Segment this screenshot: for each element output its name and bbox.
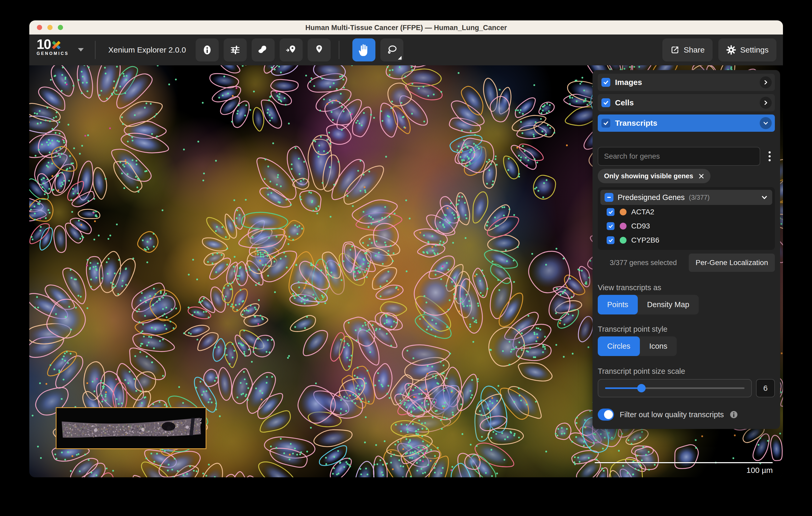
share-label: Share xyxy=(684,45,705,54)
layers-panel: Images Cells xyxy=(592,70,780,429)
view-as-density-map-option[interactable]: Density Map xyxy=(638,295,699,314)
tissue-icon xyxy=(257,44,269,56)
check-icon xyxy=(603,99,609,106)
visible-genes-filter-chip: Only showing visible genes xyxy=(598,169,710,183)
logo-x-icon xyxy=(52,40,61,50)
lasso-tool-button[interactable] xyxy=(380,38,403,61)
chevron-down-icon[interactable] xyxy=(78,48,84,52)
point-size-row: 6 xyxy=(598,379,775,397)
info-icon xyxy=(201,44,213,56)
info-button[interactable] xyxy=(196,38,219,61)
toolbar: 10 GENOMICS Xenium Explorer 2.0.0 xyxy=(29,34,783,65)
share-button[interactable]: Share xyxy=(662,38,713,61)
gene-group-count: (3/377) xyxy=(689,194,757,201)
point-size-slider[interactable] xyxy=(598,379,752,397)
window-title: Human Multi-Tissue Cancer (FFPE) — Human… xyxy=(29,20,783,34)
kebab-icon xyxy=(768,151,771,162)
pin-navigate-button[interactable] xyxy=(280,38,303,61)
collapse-transcripts-button[interactable] xyxy=(760,117,772,129)
cells-checkbox[interactable] xyxy=(602,98,610,107)
gene-list-menu-button[interactable] xyxy=(764,149,775,164)
expand-images-button[interactable] xyxy=(760,76,772,88)
settings-label: Settings xyxy=(740,45,768,54)
quality-filter-toggle[interactable] xyxy=(598,408,614,421)
check-icon xyxy=(608,209,613,215)
point-size-label: Transcript point size scale xyxy=(598,367,775,376)
point-style-label: Transcript point style xyxy=(598,325,775,334)
expand-cells-button[interactable] xyxy=(760,97,772,109)
toolbar-divider xyxy=(339,41,339,59)
desktop-background: Human Multi-Tissue Cancer (FFPE) — Human… xyxy=(0,0,812,516)
images-label: Images xyxy=(615,78,755,87)
remove-filter-button[interactable] xyxy=(698,173,704,179)
chip-label: Only showing visible genes xyxy=(604,172,693,180)
images-checkbox[interactable] xyxy=(602,78,610,87)
gene-search-input[interactable] xyxy=(598,147,760,166)
logo-subtext: GENOMICS xyxy=(37,51,69,56)
layer-row-transcripts[interactable]: Transcripts xyxy=(598,115,775,132)
titlebar: Human Multi-Tissue Cancer (FFPE) — Human… xyxy=(29,20,783,34)
hand-icon xyxy=(358,43,370,57)
point-size-value: 6 xyxy=(756,379,775,397)
gene-name: ACTA2 xyxy=(631,208,654,216)
share-icon xyxy=(670,45,679,55)
tenx-genomics-logo[interactable]: 10 GENOMICS xyxy=(37,38,69,56)
chevron-right-icon xyxy=(762,79,769,86)
gene-checkbox[interactable] xyxy=(607,208,614,216)
gene-name: CYP2B6 xyxy=(631,236,659,244)
gene-checkbox[interactable] xyxy=(607,236,614,244)
gene-color-swatch xyxy=(620,237,627,244)
gene-row-acta2[interactable]: ACTA2 xyxy=(600,205,772,219)
toggle-knob xyxy=(604,410,613,419)
gear-icon xyxy=(726,45,736,55)
indeterminate-icon xyxy=(606,195,612,200)
check-icon xyxy=(603,79,609,86)
check-icon xyxy=(608,223,613,229)
check-icon xyxy=(603,120,609,126)
settings-button[interactable]: Settings xyxy=(718,38,776,61)
layer-row-images[interactable]: Images xyxy=(598,74,775,91)
group-checkbox-indeterminate[interactable] xyxy=(605,193,613,202)
minimap[interactable] xyxy=(56,407,206,449)
slider-thumb[interactable] xyxy=(637,384,646,392)
slider-fill xyxy=(605,387,641,389)
genes-selected-count: 3/377 genes selected xyxy=(598,259,689,267)
adjustments-button[interactable] xyxy=(224,38,247,61)
gene-search-row xyxy=(598,147,775,166)
tissue-view-button[interactable] xyxy=(252,38,275,61)
chevron-right-icon xyxy=(762,99,769,106)
quality-filter-label: Filter out low quality transcripts xyxy=(620,411,724,419)
scale-bar xyxy=(594,462,773,463)
app-name: Xenium Explorer 2.0.0 xyxy=(108,34,186,65)
layer-row-cells[interactable]: Cells xyxy=(598,94,775,111)
quality-filter-row: Filter out low quality transcripts xyxy=(598,408,775,421)
pin-add-icon xyxy=(313,44,325,56)
gene-color-swatch xyxy=(620,223,627,230)
transcripts-checkbox[interactable] xyxy=(602,119,610,127)
toolbar-divider xyxy=(95,41,95,59)
cells-label: Cells xyxy=(615,98,755,107)
info-circle-icon[interactable] xyxy=(730,411,738,419)
gene-name: CD93 xyxy=(631,222,650,230)
gene-checkbox[interactable] xyxy=(607,222,614,230)
chevron-down-icon[interactable] xyxy=(761,194,768,201)
check-icon xyxy=(608,238,613,243)
view-as-points-option[interactable]: Points xyxy=(598,295,638,314)
close-icon xyxy=(698,173,704,179)
pan-tool-button[interactable] xyxy=(352,38,375,61)
style-circles-option[interactable]: Circles xyxy=(598,336,640,356)
per-gene-localization-button[interactable]: Per-Gene Localization xyxy=(689,253,775,272)
tissue-viewport[interactable]: 100 µm Images Cells xyxy=(29,65,783,477)
pin-add-button[interactable] xyxy=(308,38,331,61)
style-icons-option[interactable]: Icons xyxy=(640,336,677,356)
gene-row-cyp2b6[interactable]: CYP2B6 xyxy=(600,233,772,247)
lasso-dropdown-indicator xyxy=(398,56,402,60)
nav-tools-group xyxy=(352,38,403,61)
gene-group-header[interactable]: Predesigned Genes (3/377) xyxy=(600,190,772,205)
gene-row-cd93[interactable]: CD93 xyxy=(600,219,772,233)
transcripts-label: Transcripts xyxy=(615,119,755,127)
app-window: Human Multi-Tissue Cancer (FFPE) — Human… xyxy=(29,20,783,477)
slider-track xyxy=(605,387,745,389)
scale-bar-label: 100 µm xyxy=(594,466,773,475)
chevron-down-icon xyxy=(762,120,769,126)
